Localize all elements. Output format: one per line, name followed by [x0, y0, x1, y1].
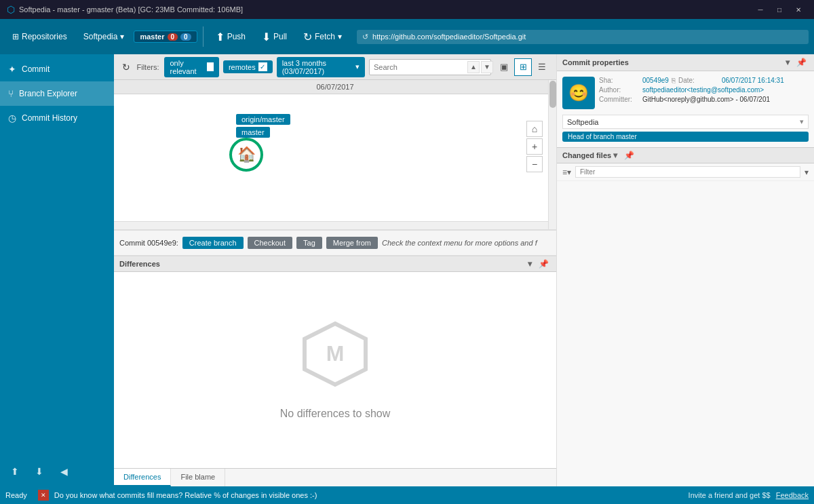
status-close-button[interactable]: ✕ [38, 490, 49, 501]
differences-title: Differences [119, 260, 526, 268]
repo-dropdown-arrow: ▾ [800, 117, 804, 126]
sidebar-item-branch-explorer[interactable]: ⑂ Branch Explorer [0, 81, 114, 106]
sidebar-pull-icon[interactable]: ⬇ [30, 462, 49, 481]
date-filter[interactable]: last 3 months (03/07/2017) ▾ [277, 57, 365, 77]
differences-panel: Differences ▾ 📌 M [114, 256, 556, 486]
refresh-button[interactable]: ↻ [119, 59, 132, 75]
graph-scroll-thumb[interactable] [549, 81, 556, 108]
graph-zoom-controls: ⌂ + − [526, 121, 543, 172]
graph-scrollbar[interactable] [548, 80, 556, 229]
differences-body: M No differences to show [114, 272, 556, 468]
committer-value: GitHub<noreply@github.com> - 06/07/201 [642, 96, 770, 103]
graph-home-button[interactable]: ⌂ [526, 121, 543, 137]
search-input[interactable] [374, 63, 467, 71]
statusbar: Ready ✕ Do you know what commits fill me… [0, 486, 814, 504]
branch-selector[interactable]: master 0 0 [134, 31, 197, 43]
view-list-button[interactable]: ☰ [533, 58, 551, 76]
only-relevant-filter[interactable]: only relevant [164, 57, 218, 77]
sidebar: ✦ Commit ⑂ Branch Explorer ◷ Commit Hist… [0, 54, 114, 486]
date-label: Date: [678, 77, 719, 84]
remotes-filter[interactable]: remotes ✓ [223, 60, 273, 73]
history-icon: ◷ [8, 113, 16, 123]
author-value[interactable]: softpediaeditor<testing@softpedia.com> [642, 86, 764, 94]
sort-files-button[interactable]: ≡▾ [562, 168, 571, 177]
filter-dropdown-button[interactable]: ▾ [805, 168, 809, 177]
files-filter-input[interactable] [580, 168, 796, 176]
pull-icon: ⬇ [262, 31, 271, 43]
sha-value[interactable]: 00549e9 [642, 77, 669, 84]
view-normal-button[interactable]: ▣ [495, 58, 513, 76]
status-message: Do you know what commits fill means? Rel… [54, 491, 683, 499]
minimize-button[interactable]: ─ [752, 3, 769, 16]
title-text: Softpedia - master - gmaster (Beta) [GC:… [19, 5, 752, 14]
date-value: 06/07/2017 16:14:31 [722, 77, 784, 84]
status-ready-label: Ready [5, 491, 27, 499]
graph-zoom-out-button[interactable]: − [526, 156, 543, 172]
create-branch-button[interactable]: Create branch [182, 237, 244, 249]
search-prev-button[interactable]: ▲ [467, 61, 480, 73]
sidebar-push-icon[interactable]: ⬆ [5, 462, 24, 481]
tab-differences[interactable]: Differences [114, 469, 171, 486]
graph-content[interactable]: 06/07/2017 origin/master master 🏠 ⌂ + [114, 80, 556, 230]
date-row: 06/07/2017 [114, 80, 556, 94]
tag-button[interactable]: Tag [296, 237, 322, 249]
checkout-button[interactable]: Checkout [248, 237, 292, 249]
pull-button[interactable]: ⬇ Pull [255, 26, 294, 47]
sidebar-item-commit[interactable]: ✦ Commit [0, 57, 114, 81]
sidebar-item-commit-history[interactable]: ◷ Commit History [0, 106, 114, 130]
sidebar-item-history-label: Commit History [22, 113, 77, 123]
fetch-icon: ↻ [303, 31, 312, 43]
changed-files-toolbar: ≡▾ ▾ [557, 163, 814, 181]
changed-files-title: Changed files [562, 151, 611, 159]
remotes-checkbox[interactable]: ✓ [258, 62, 267, 71]
sidebar-item-branch-label: Branch Explorer [19, 89, 77, 98]
fetch-button[interactable]: ↻ Fetch ▾ [296, 26, 349, 47]
softpedia-dropdown-button[interactable]: Softpedia ▾ [77, 28, 132, 45]
branch-labels: origin/master master [236, 114, 290, 138]
svg-text:M: M [326, 341, 345, 366]
repositories-icon: ⊞ [12, 32, 19, 41]
only-relevant-label: only relevant [170, 59, 204, 75]
committer-label: Committer: [599, 96, 640, 103]
remotes-label: remotes [229, 63, 256, 71]
maximize-button[interactable]: □ [771, 3, 788, 16]
commit-node[interactable]: 🏠 [229, 138, 263, 172]
commit-props-collapse-button[interactable]: ▾ [783, 58, 792, 67]
graph-zoom-in-button[interactable]: + [526, 138, 543, 155]
changed-files-collapse-button[interactable]: ▾ [611, 151, 619, 160]
differences-collapse-button[interactable]: ▾ [526, 259, 534, 269]
differences-pin-button[interactable]: 📌 [537, 259, 551, 269]
filters-label: Filters: [136, 63, 159, 71]
repositories-button[interactable]: ⊞ Repositories [5, 28, 74, 45]
close-button[interactable]: ✕ [790, 3, 807, 16]
copy-sha-button[interactable]: ⎘ [672, 77, 676, 84]
master-label[interactable]: master [236, 127, 270, 138]
app-icon: ⬡ [7, 4, 15, 15]
committer-row: Committer: GitHub<noreply@github.com> - … [599, 96, 809, 103]
changed-files-header: Changed files ▾ 📌 [557, 147, 814, 163]
differences-header: Differences ▾ 📌 [114, 256, 556, 272]
avatar-icon: 😊 [568, 83, 589, 102]
author-row: Author: softpediaeditor<testing@softpedi… [599, 86, 809, 94]
sidebar-collapse-icon[interactable]: ◀ [54, 462, 73, 481]
commit-properties-body: 😊 Sha: 00549e9 ⎘ Date: 06/07/2017 16:14:… [557, 71, 814, 115]
view-grid-button[interactable]: ⊞ [514, 58, 532, 76]
sidebar-spacer [0, 130, 114, 457]
graph-horizontal-scrollbar[interactable] [114, 221, 548, 229]
commit-properties-title: Commit properties [562, 58, 783, 66]
commit-props-pin-button[interactable]: 📌 [794, 58, 809, 67]
origin-master-label[interactable]: origin/master [236, 114, 290, 125]
tab-file-blame[interactable]: File blame [171, 469, 225, 486]
push-button[interactable]: ⬆ Push [209, 26, 252, 47]
only-relevant-checkbox[interactable] [207, 62, 214, 71]
content-area: ↻ Filters: only relevant remotes ✓ last … [114, 54, 556, 486]
view-buttons: ▣ ⊞ ☰ [495, 58, 551, 76]
changed-files-pin-button[interactable]: 📌 [622, 151, 636, 160]
feedback-link[interactable]: Feedback [776, 491, 809, 499]
search-next-button[interactable]: ▼ [481, 61, 493, 73]
invite-friend-link[interactable]: Invite a friend and get $$ [689, 491, 771, 499]
graph-panel: 06/07/2017 origin/master master 🏠 ⌂ + [114, 80, 556, 486]
merge-from-button[interactable]: Merge from [326, 237, 378, 249]
repo-name-value: Softpedia [567, 118, 598, 126]
url-icon: ↺ [362, 33, 368, 41]
